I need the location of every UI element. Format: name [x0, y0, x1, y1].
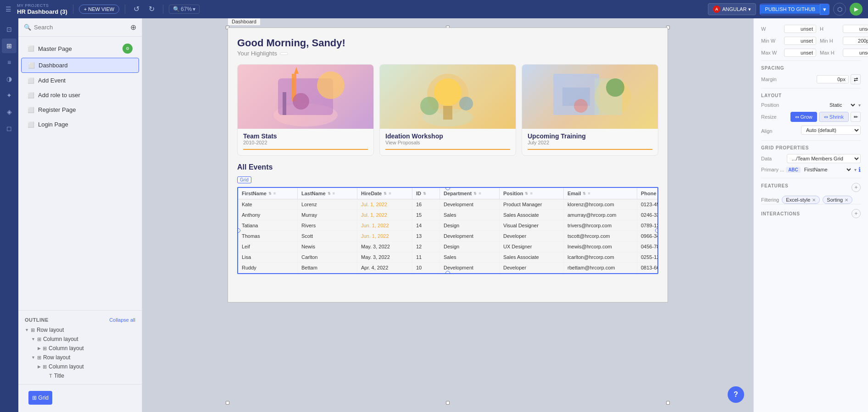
add-feature-button[interactable]: + [851, 183, 861, 192]
outline-column-layout-3[interactable]: ▶ ⊞ Column layout [18, 362, 142, 371]
table-row[interactable]: Thomas Scott Jun. 1, 2022 13 Development… [238, 231, 657, 242]
outline-item-label: Row layout [43, 354, 70, 361]
collapse-all-button[interactable]: Collapse all [109, 317, 135, 323]
cell-phone: 0813-666-025 [637, 263, 657, 273]
filter-icon[interactable]: ≡ [333, 191, 335, 196]
filter-icon[interactable]: ≡ [530, 191, 532, 196]
share-button[interactable]: ⬡ [833, 3, 846, 16]
page-item-add-role[interactable]: ⬜ Add role to user [21, 88, 139, 102]
redo-button[interactable]: ↻ [146, 4, 157, 14]
filtering-label: Filtering [761, 197, 779, 203]
page-item-add-event[interactable]: ⬜ Add Event [21, 73, 139, 88]
hamburger-icon[interactable]: ☰ [6, 5, 11, 13]
data-label: Data [761, 156, 784, 161]
margin-lock-button[interactable]: ⇄ [851, 74, 861, 84]
remove-excel-style-button[interactable]: ✕ [812, 198, 816, 203]
outline-row-layout-1[interactable]: ▼ ⊞ Row layout [18, 325, 142, 335]
primary-info-button[interactable]: ℹ [858, 166, 861, 173]
angular-button[interactable]: A ANGULAR ▾ [708, 3, 756, 15]
col-header-lastname[interactable]: LastName ⇅ ≡ [298, 188, 357, 199]
position-row: Position Static Relative Absolute Fixed … [761, 102, 861, 108]
h-input[interactable] [843, 25, 868, 33]
help-button[interactable]: ? [728, 386, 744, 403]
resize-edit-button[interactable]: ✏ [851, 112, 861, 122]
page-icon: ⬜ [28, 92, 34, 99]
min-h-input[interactable] [843, 37, 868, 45]
sidebar-pages-icon[interactable]: ⊡ [2, 22, 17, 37]
col-label: Department [444, 191, 472, 196]
sidebar-chat-icon[interactable]: ◻ [2, 121, 17, 136]
filter-icon[interactable]: ≡ [389, 191, 391, 196]
table-row[interactable]: Anthony Murray Jul. 1, 2022 15 Sales Sal… [238, 210, 657, 220]
col-header-firstname[interactable]: FirstName ⇅ ≡ [238, 188, 298, 199]
sort-icon[interactable]: ⇅ [384, 192, 387, 196]
remove-sorting-button[interactable]: ✕ [845, 198, 848, 203]
add-grid-button[interactable]: ⊞ Grid [28, 391, 52, 405]
data-select[interactable]: .../Team Members Grid [787, 154, 861, 163]
sort-icon[interactable]: ⇅ [423, 192, 426, 196]
card-body-1: Team Stats 2010-2022 [238, 129, 373, 155]
w-input[interactable] [784, 25, 816, 33]
sidebar-assets-icon[interactable]: ◑ [2, 71, 17, 86]
margin-control: ⇄ [817, 74, 861, 84]
undo-button[interactable]: ↺ [131, 4, 142, 14]
table-row[interactable]: Kate Lorenz Jul. 1, 2022 16 Development … [238, 199, 657, 210]
col-header-email[interactable]: Email ⇅ ≡ [564, 188, 637, 199]
card-title-2: Ideation Workshop [385, 132, 510, 140]
min-w-input[interactable] [784, 37, 816, 45]
outline-title-item[interactable]: ▶ T Title [18, 371, 142, 380]
min-h-label: Min H [820, 38, 843, 44]
page-label: Master Page [38, 45, 119, 52]
sort-icon[interactable]: ⇅ [328, 192, 331, 196]
align-select[interactable]: Auto (default) Flex-start Center Flex-en… [801, 126, 861, 135]
primary-select[interactable]: FirstName [802, 166, 852, 173]
table-row[interactable]: Tatiana Rivers Jun. 1, 2022 14 Design Vi… [238, 220, 657, 231]
search-bar: 🔍 ⊕ [18, 18, 142, 37]
margin-input[interactable] [817, 75, 849, 83]
position-select[interactable]: Static Relative Absolute Fixed [828, 102, 857, 108]
page-item-register[interactable]: ⬜ Register Page [21, 103, 139, 117]
all-events-title: All Events [237, 163, 658, 171]
greeting-text: Good Morning, Sandy! [237, 37, 658, 49]
col-header-hiredate[interactable]: HireDate ⇅ ≡ [357, 188, 412, 199]
page-item-master[interactable]: ⬜ Master Page ⚙ [21, 40, 139, 57]
outline-column-layout-2[interactable]: ▶ ⊞ Column layout [18, 344, 142, 353]
play-button[interactable]: ▶ [850, 3, 862, 16]
table-row[interactable]: Lisa Carlton May. 3, 2022 11 Sales Sales… [238, 252, 657, 263]
outline-column-layout-1[interactable]: ▼ ⊞ Column layout [18, 335, 142, 344]
add-interaction-button[interactable]: + [851, 209, 861, 218]
col-header-phone[interactable]: Phone ⇅ ≡ [637, 188, 658, 199]
max-w-input[interactable] [784, 49, 816, 57]
add-page-icon[interactable]: ⊕ [130, 23, 136, 32]
data-grid[interactable]: FirstName ⇅ ≡ LastName ⇅ ≡ [237, 187, 658, 274]
cell-position: Developer [500, 263, 564, 273]
page-item-login[interactable]: ⬜ Login Page [21, 117, 139, 132]
filter-icon[interactable]: ≡ [273, 191, 276, 196]
max-h-input[interactable] [843, 49, 868, 57]
outline-row-layout-2[interactable]: ▼ ⊞ Row layout [18, 353, 142, 362]
publish-dropdown[interactable]: ▾ [820, 4, 829, 15]
grow-button[interactable]: ⇔ Grow [790, 112, 817, 122]
page-item-dashboard[interactable]: ⬜ Dashboard [21, 58, 139, 73]
search-input[interactable] [34, 24, 128, 31]
col-header-id[interactable]: ID ⇅ [412, 188, 440, 199]
sidebar-layers-icon[interactable]: ≡ [2, 55, 17, 70]
col-header-position[interactable]: Position ⇅ ≡ [500, 188, 564, 199]
angular-chevron: ▾ [748, 6, 751, 12]
sort-icon[interactable]: ⇅ [268, 192, 272, 196]
shrink-button[interactable]: ⇔ Shrink [819, 112, 849, 122]
new-view-button[interactable]: + NEW VIEW [79, 5, 119, 14]
sort-icon[interactable]: ⇅ [525, 192, 528, 196]
card-sub-1: 2010-2022 [243, 140, 368, 145]
sidebar-components-icon[interactable]: ⊞ [2, 38, 17, 53]
filter-icon[interactable]: ≡ [588, 191, 590, 196]
table-row[interactable]: Leif Newis May. 3, 2022 12 Design UX Des… [238, 242, 657, 252]
sort-icon[interactable]: ⇅ [583, 192, 586, 196]
canvas-frame: Dashboard Good Morning, Sandy! Your High… [228, 27, 668, 302]
zoom-control[interactable]: 🔍 67% ▾ [169, 5, 200, 14]
sort-icon[interactable]: ⇅ [473, 192, 477, 196]
sidebar-plugins-icon[interactable]: ✦ [2, 88, 17, 103]
publish-button[interactable]: PUBLISH TO GITHUB [760, 5, 820, 14]
sidebar-data-icon[interactable]: ◈ [2, 104, 17, 119]
filter-icon[interactable]: ≡ [479, 191, 481, 196]
